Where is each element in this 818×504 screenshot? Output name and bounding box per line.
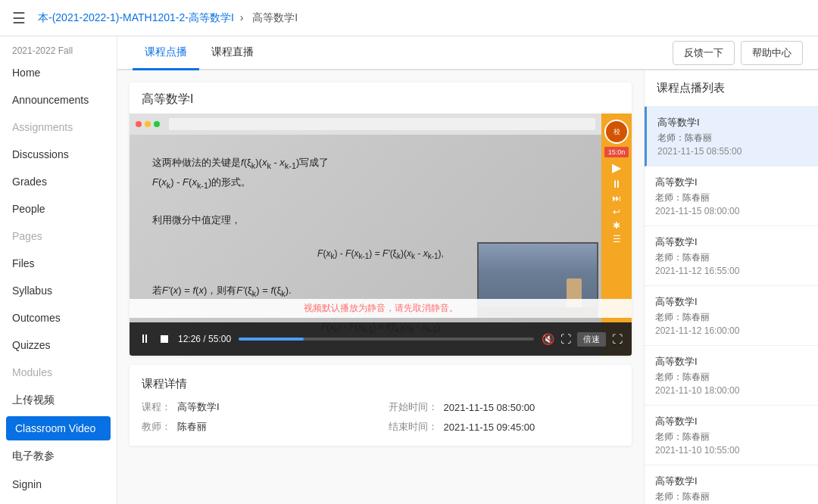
course-value: 高等数学I [177, 400, 220, 414]
sidebar-item-modules[interactable]: Modules [0, 359, 117, 386]
sidebar-item-assignments[interactable]: Assignments [0, 114, 117, 141]
playlist-item[interactable]: 高等数学I 老师：陈春丽 2021-11-10 10:55:00 [645, 406, 818, 465]
slide-background: 这两种做法的关键是f(ξk)(xk - xk-1)写成了 F(xk) - F(x… [130, 114, 632, 356]
playlist-item-teacher: 老师：陈春丽 [655, 191, 807, 204]
volume-icon[interactable]: 🔇 [542, 333, 554, 345]
controls-bar: ⏸ ⏹ 12:26 / 55:00 🔇 ⛶ 倍速 [130, 322, 632, 356]
video-card: 高等数学I [130, 82, 632, 356]
playlist-item-title: 高等数学I [655, 415, 807, 428]
sidebar-item-home[interactable]: Home [0, 59, 117, 86]
playlist-item-time: 2021-11-12 16:55:00 [655, 266, 807, 276]
tabs-right: 反馈一下 帮助中心 [673, 41, 803, 65]
playlist-item-time: 2021-11-10 18:00:00 [655, 385, 807, 396]
playlist-item-time: 2021-11-12 16:00:00 [655, 325, 807, 336]
tabs-left: 课程点播 课程直播 [133, 36, 266, 69]
breadcrumb-separator: › [240, 11, 244, 23]
right-panel: 课程点播列表 高等数学I 老师：陈春丽 2021-11-15 08:55:00 … [644, 70, 818, 504]
playlist-item-title: 高等数学I [655, 235, 807, 249]
sidebar-item-upload[interactable]: 上传视频 [0, 386, 117, 415]
sidebar-item-discussions[interactable]: Discussions [0, 141, 117, 168]
detail-title: 课程详情 [142, 377, 620, 391]
sidebar-item-syllabus[interactable]: Syllabus [0, 277, 117, 304]
sidebar-item-outcomes[interactable]: Outcomes [0, 304, 117, 331]
sidebar-item-signin[interactable]: Signin [0, 471, 117, 498]
playlist-item-time: 2021-11-15 08:00:00 [655, 206, 807, 216]
playlist-item[interactable]: 高等数学I 老师：陈春丽 2021-11-12 16:00:00 [645, 286, 818, 346]
course-row: 课程： 高等数学I [142, 400, 373, 414]
end-label: 结束时间： [389, 420, 438, 434]
playlist-item-title: 高等数学I [655, 355, 807, 369]
end-value: 2021-11-15 09:45:00 [444, 422, 535, 433]
sidebar-item-files[interactable]: Files [0, 250, 117, 277]
sidebar-item-pages[interactable]: Pages [0, 222, 117, 250]
sidebar: 2021-2022 Fall Home Announcements Assign… [0, 36, 117, 504]
help-button[interactable]: 帮助中心 [741, 41, 803, 65]
playlist-item-teacher: 老师：陈春丽 [655, 311, 807, 324]
video-player[interactable]: 这两种做法的关键是f(ξk)(xk - xk-1)写成了 F(xk) - F(x… [130, 114, 632, 356]
right-panel-title: 课程点播列表 [645, 70, 818, 107]
teacher-label: 教师： [142, 420, 171, 434]
playlist-item[interactable]: 高等数学I 老师：陈春丽 2021-11-10 18:00:00 [645, 346, 818, 406]
progress-fill [239, 338, 304, 341]
tabs-bar: 课程点播 课程直播 反馈一下 帮助中心 [117, 36, 818, 70]
content-area: 课程点播 课程直播 反馈一下 帮助中心 高等数学I [117, 36, 818, 504]
sidebar-semester: 2021-2022 Fall [0, 36, 117, 59]
start-time-row: 开始时间： 2021-11-15 08:50:00 [389, 400, 620, 414]
playlist-item-title: 高等数学I [655, 474, 807, 488]
tab-recording[interactable]: 课程点播 [133, 36, 199, 70]
detail-card: 课程详情 课程： 高等数学I 开始时间： 2021-11-15 08:50:00… [130, 365, 632, 446]
playlist-item-time: 2021-11-15 08:55:00 [657, 146, 807, 157]
sidebar-item-grades[interactable]: Grades [0, 168, 117, 195]
sidebar-item-quizzes[interactable]: Quizzes [0, 331, 117, 359]
sidebar-item-people[interactable]: People [0, 195, 117, 222]
stop-button[interactable]: ⏹ [158, 332, 170, 346]
tab-live[interactable]: 课程直播 [199, 36, 266, 70]
slide-orange-bar: 校 15:0n ▶ ⏸ ⏭ ↩ ✱ ☰ [601, 114, 632, 356]
sidebar-item-etextbook[interactable]: 电子教参 [0, 442, 117, 471]
playlist-item-title: 高等数学I [655, 295, 807, 309]
content-main: 高等数学I [117, 70, 644, 504]
sidebar-item-classroom[interactable]: Classroom Video [6, 416, 111, 440]
playlist: 高等数学I 老师：陈春丽 2021-11-15 08:55:00 高等数学I 老… [645, 107, 818, 504]
time-display: 12:26 / 55:00 [178, 334, 231, 344]
sidebar-item-interaction[interactable]: Interaction [0, 498, 117, 504]
teacher-row: 教师： 陈春丽 [142, 420, 373, 434]
speed-button[interactable]: 倍速 [577, 332, 606, 347]
menu-icon[interactable]: ☰ [12, 9, 26, 27]
end-time-row: 结束时间： 2021-11-15 09:45:00 [389, 420, 620, 434]
playlist-item-teacher: 老师：陈春丽 [657, 132, 807, 145]
sidebar-item-announcements[interactable]: Announcements [0, 86, 117, 114]
content-scroll: 高等数学I [117, 70, 818, 504]
controls-right: 🔇 ⛶ 倍速 ⛶ [542, 332, 623, 347]
video-content: 这两种做法的关键是f(ξk)(xk - xk-1)写成了 F(xk) - F(x… [130, 114, 632, 356]
playlist-item-teacher: 老师：陈春丽 [655, 371, 807, 384]
playlist-item-title: 高等数学I [657, 116, 807, 129]
start-label: 开始时间： [389, 400, 438, 414]
main-layout: 2021-2022 Fall Home Announcements Assign… [0, 36, 818, 504]
playlist-item-teacher: 老师：陈春丽 [655, 251, 807, 264]
course-label: 课程： [142, 400, 171, 414]
video-title: 高等数学I [130, 82, 632, 114]
breadcrumb-current: 高等数学I [252, 11, 298, 23]
playlist-item-teacher: 老师：陈春丽 [655, 490, 807, 503]
play-pause-button[interactable]: ⏸ [139, 332, 151, 346]
breadcrumb: 本-(2021-2022-1)-MATH1201-2-高等数学I › 高等数学I [38, 11, 301, 25]
playlist-item-time: 2021-11-10 10:55:00 [655, 445, 807, 456]
feedback-button[interactable]: 反馈一下 [673, 41, 735, 65]
start-value: 2021-11-15 08:50:00 [444, 402, 535, 413]
topbar: ☰ 本-(2021-2022-1)-MATH1201-2-高等数学I › 高等数… [0, 0, 818, 36]
mute-warning: 视频默认播放为静音，请先取消静音。 [130, 299, 632, 318]
playlist-item[interactable]: 高等数学I 老师：陈春丽 2021-11-09 ... [645, 465, 818, 504]
playlist-item[interactable]: 高等数学I 老师：陈春丽 2021-11-15 08:00:00 [645, 166, 818, 226]
playlist-item-teacher: 老师：陈春丽 [655, 431, 807, 443]
playlist-item[interactable]: 高等数学I 老师：陈春丽 2021-11-12 16:55:00 [645, 226, 818, 286]
progress-bar[interactable] [239, 338, 534, 341]
breadcrumb-link[interactable]: 本-(2021-2022-1)-MATH1201-2-高等数学I [38, 11, 234, 23]
fullscreen-split-icon[interactable]: ⛶ [560, 333, 571, 345]
playlist-item[interactable]: 高等数学I 老师：陈春丽 2021-11-15 08:55:00 [645, 107, 818, 166]
slide-area: 这两种做法的关键是f(ξk)(xk - xk-1)写成了 F(xk) - F(x… [130, 114, 632, 356]
playlist-item-title: 高等数学I [655, 176, 807, 189]
fullscreen-icon[interactable]: ⛶ [612, 333, 623, 345]
teacher-value: 陈春丽 [177, 420, 207, 434]
detail-grid: 课程： 高等数学I 开始时间： 2021-11-15 08:50:00 教师： … [142, 400, 620, 434]
